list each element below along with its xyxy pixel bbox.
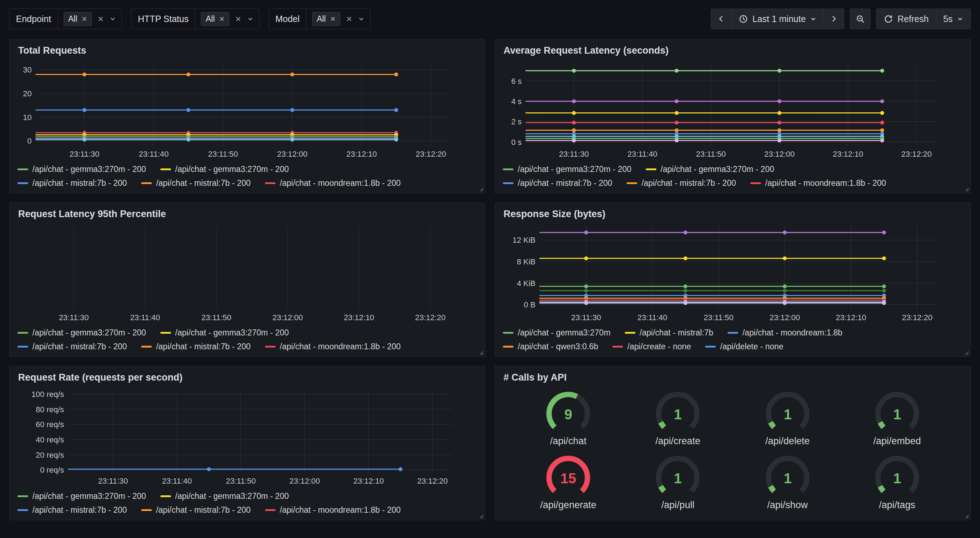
legend-item[interactable]: /api/chat - mistral:7b - 200 — [503, 178, 612, 188]
panel-title[interactable]: Request Rate (requests per second) — [18, 372, 477, 383]
legend-item[interactable]: /api/chat - gemma3:270m - 200 — [161, 165, 289, 174]
legend-row: /api/chat - mistral:7b - 200/api/chat - … — [503, 178, 963, 188]
gauge-api-tags[interactable]: 1/api/tags — [867, 455, 928, 511]
chip-remove-icon[interactable]: ✕ — [81, 16, 87, 22]
gauge-value: 1 — [674, 470, 682, 486]
legend-item[interactable]: /api/chat - mistral:7b - 200 — [141, 505, 251, 515]
legend-label: /api/chat - moondream:1.8b - 200 — [280, 178, 401, 188]
legend-label: /api/chat - mistral:7b - 200 — [156, 505, 251, 515]
legend-item[interactable]: /api/chat - mistral:7b - 200 — [141, 342, 251, 351]
panel-title[interactable]: # Calls by API — [504, 372, 963, 383]
legend-swatch — [18, 332, 28, 334]
refresh-label: Refresh — [897, 14, 929, 24]
legend-swatch — [503, 168, 514, 170]
svg-text:23:12:10: 23:12:10 — [353, 476, 384, 486]
filter-clear-icon[interactable]: ✕ — [235, 15, 242, 23]
filter-value-box[interactable]: All✕✕ — [195, 9, 259, 29]
panel-title[interactable]: Request Latency 95th Percentile — [18, 209, 477, 220]
svg-text:23:12:20: 23:12:20 — [415, 313, 445, 322]
legend-item[interactable]: /api/chat - mistral:7b - 200 — [18, 178, 127, 188]
panel-resize-handle[interactable] — [963, 349, 969, 355]
legend-item[interactable]: /api/chat - gemma3:270m - 200 — [161, 328, 289, 338]
legend-item[interactable]: /api/chat - gemma3:270m - 200 — [18, 492, 146, 501]
time-shift-back-button[interactable] — [711, 8, 732, 29]
legend-item[interactable]: /api/chat - mistral:7b — [625, 328, 713, 338]
svg-text:80 req/s: 80 req/s — [36, 405, 64, 414]
gauge-arc: 1 — [867, 391, 928, 438]
legend-item[interactable]: /api/chat - qwen3:0.6b — [503, 342, 598, 351]
refresh-interval-label: 5s — [943, 14, 953, 24]
panel-resize-handle[interactable] — [963, 513, 969, 519]
svg-text:23:12:20: 23:12:20 — [416, 149, 446, 159]
panel-title[interactable]: Average Request Latency (seconds) — [504, 45, 963, 56]
panel-title[interactable]: Total Requests — [18, 45, 477, 56]
refresh-interval-dropdown[interactable]: 5s — [936, 8, 971, 29]
chip-remove-icon[interactable]: ✕ — [219, 16, 225, 22]
gauge-api-show[interactable]: 1/api/show — [757, 455, 818, 511]
legend-swatch — [18, 509, 28, 511]
gauge-api-pull[interactable]: 1/api/pull — [648, 455, 708, 511]
svg-text:23:11:50: 23:11:50 — [696, 149, 726, 159]
svg-text:23:11:40: 23:11:40 — [139, 149, 169, 159]
legend-swatch — [503, 332, 514, 334]
refresh-button[interactable]: Refresh — [876, 8, 936, 29]
chart-area[interactable]: 0 s2 s4 s6 s23:11:3023:11:4023:11:5023:1… — [503, 58, 963, 160]
panel-resize-handle[interactable] — [963, 186, 969, 192]
caret-down-icon[interactable] — [247, 16, 253, 22]
legend-item[interactable]: /api/chat - moondream:1.8b — [727, 328, 842, 338]
legend-item[interactable]: /api/chat - mistral:7b - 200 — [141, 178, 251, 188]
filter-chip[interactable]: All✕ — [201, 12, 229, 26]
gauge-api-create[interactable]: 1/api/create — [648, 391, 708, 447]
legend-item[interactable]: /api/chat - gemma3:270m - 200 — [503, 165, 632, 174]
legend-item[interactable]: /api/chat - gemma3:270m — [503, 328, 611, 338]
legend-item[interactable]: /api/delete - none — [705, 342, 783, 351]
filter-value-box[interactable]: All✕✕ — [306, 9, 370, 29]
caret-down-icon[interactable] — [110, 16, 116, 22]
chart-area[interactable]: 23:11:3023:11:4023:11:5023:12:0023:12:10… — [18, 222, 477, 324]
legend-label: /api/chat - gemma3:270m - 200 — [32, 165, 146, 174]
filter-clear-icon[interactable]: ✕ — [97, 15, 104, 23]
filter-chip[interactable]: All✕ — [312, 12, 340, 26]
gauge-value: 1 — [784, 406, 792, 422]
chart-area[interactable]: 010203023:11:3023:11:4023:11:5023:12:002… — [18, 58, 477, 160]
legend-label: /api/chat - gemma3:270m - 200 — [661, 165, 775, 174]
gauge-api-delete[interactable]: 1/api/delete — [757, 391, 818, 447]
legend-label: /api/chat - mistral:7b - 200 — [32, 178, 127, 188]
legend-item[interactable]: /api/chat - gemma3:270m - 200 — [18, 165, 146, 174]
filter-value-box[interactable]: All✕✕ — [57, 9, 122, 29]
svg-text:60 req/s: 60 req/s — [36, 420, 64, 429]
chip-remove-icon[interactable]: ✕ — [330, 16, 336, 22]
legend-item[interactable]: /api/chat - moondream:1.8b - 200 — [265, 178, 401, 188]
legend-item[interactable]: /api/create - none — [612, 342, 691, 351]
gauge-label: /api/tags — [879, 500, 915, 511]
time-shift-forward-button[interactable] — [824, 8, 844, 29]
panel-resize-handle[interactable] — [477, 349, 484, 355]
legend-row: /api/chat - mistral:7b - 200/api/chat - … — [18, 178, 477, 188]
legend-item[interactable]: /api/chat - mistral:7b - 200 — [18, 505, 127, 515]
legend-label: /api/chat - moondream:1.8b - 200 — [280, 505, 401, 515]
legend-item[interactable]: /api/chat - moondream:1.8b - 200 — [265, 505, 401, 515]
gauge-label: /api/chat — [550, 436, 586, 447]
svg-text:4 s: 4 s — [511, 97, 522, 106]
panel-response-size-bytes: Response Size (bytes)0 B4 KiB8 KiB12 KiB… — [495, 203, 971, 357]
panel-resize-handle[interactable] — [477, 513, 484, 519]
chart-area[interactable]: 0 req/s20 req/s40 req/s60 req/s80 req/s1… — [18, 385, 477, 487]
legend-item[interactable]: /api/chat - gemma3:270m - 200 — [161, 492, 289, 501]
filter-clear-icon[interactable]: ✕ — [346, 15, 352, 23]
filter-chip[interactable]: All✕ — [64, 12, 92, 26]
gauge-api-generate[interactable]: 15/api/generate — [538, 455, 598, 511]
legend-item[interactable]: /api/chat - moondream:1.8b - 200 — [750, 178, 886, 188]
panel-title[interactable]: Response Size (bytes) — [504, 209, 963, 220]
chart-area[interactable]: 0 B4 KiB8 KiB12 KiB23:11:3023:11:4023:11… — [503, 222, 963, 324]
legend-item[interactable]: /api/chat - moondream:1.8b - 200 — [265, 342, 401, 351]
gauge-api-embed[interactable]: 1/api/embed — [867, 391, 928, 447]
panel-resize-handle[interactable] — [477, 186, 484, 192]
legend-item[interactable]: /api/chat - mistral:7b - 200 — [18, 342, 127, 351]
legend-item[interactable]: /api/chat - gemma3:270m - 200 — [18, 328, 146, 338]
legend-item[interactable]: /api/chat - mistral:7b - 200 — [627, 178, 736, 188]
gauge-api-chat[interactable]: 9/api/chat — [538, 391, 598, 447]
caret-down-icon[interactable] — [358, 16, 364, 22]
legend-item[interactable]: /api/chat - gemma3:270m - 200 — [646, 165, 775, 174]
zoom-out-button[interactable] — [850, 8, 870, 29]
time-range-picker-button[interactable]: Last 1 minute — [731, 8, 824, 29]
